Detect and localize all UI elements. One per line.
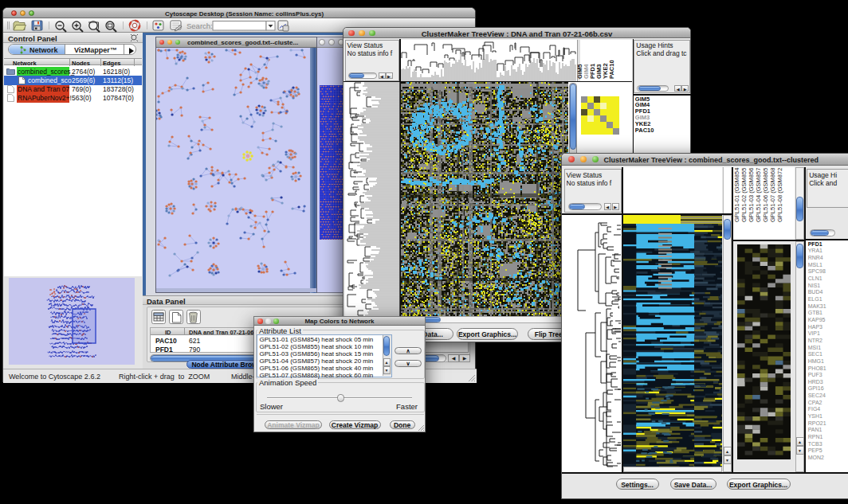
svg-text:Search:: Search: — [186, 21, 213, 30]
